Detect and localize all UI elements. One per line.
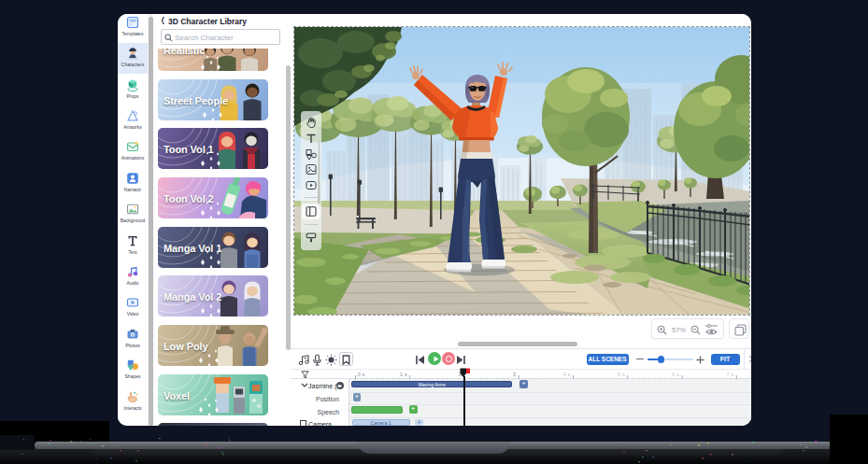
svg-text:6 s: 6 s [672, 371, 679, 376]
svg-text:4 s: 4 s [562, 371, 570, 376]
svg-text:7 s: 7 s [726, 371, 733, 376]
svg-text:0 s: 0 s [358, 371, 365, 376]
svg-text:5 s: 5 s [618, 371, 625, 376]
svg-text:1 s: 1 s [400, 371, 407, 376]
svg-text:3: 3 [513, 371, 517, 376]
